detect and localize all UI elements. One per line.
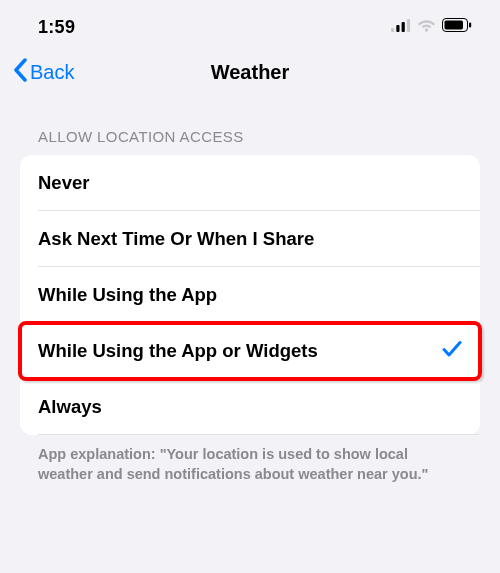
option-while-using-app[interactable]: While Using the App [20, 267, 480, 323]
svg-rect-3 [407, 19, 410, 32]
checkmark-icon [442, 340, 462, 363]
location-access-list: Never Ask Next Time Or When I Share Whil… [20, 155, 480, 435]
nav-bar: Back Weather [0, 46, 500, 98]
option-label: While Using the App or Widgets [38, 340, 318, 362]
option-label: Never [38, 172, 89, 194]
cellular-icon [391, 18, 411, 36]
option-label: While Using the App [38, 284, 217, 306]
svg-rect-6 [445, 21, 464, 30]
svg-point-4 [425, 28, 428, 31]
option-never[interactable]: Never [20, 155, 480, 211]
battery-icon [442, 18, 472, 36]
chevron-left-icon [12, 58, 28, 87]
svg-rect-2 [402, 22, 405, 32]
page-title: Weather [0, 61, 500, 84]
status-bar: 1:59 [0, 0, 500, 46]
section-footer: App explanation: "Your location is used … [20, 435, 480, 484]
option-label: Always [38, 396, 102, 418]
back-label: Back [30, 61, 74, 84]
option-while-using-app-or-widgets[interactable]: While Using the App or Widgets [20, 323, 480, 379]
section-header: ALLOW LOCATION ACCESS [20, 128, 480, 155]
back-button[interactable]: Back [12, 58, 74, 87]
option-ask-next-time[interactable]: Ask Next Time Or When I Share [20, 211, 480, 267]
status-time: 1:59 [38, 17, 75, 38]
option-label: Ask Next Time Or When I Share [38, 228, 314, 250]
svg-rect-1 [396, 25, 399, 32]
option-always[interactable]: Always [20, 379, 480, 435]
status-icons [391, 18, 472, 36]
wifi-icon [417, 18, 436, 36]
svg-rect-0 [391, 28, 394, 32]
svg-rect-7 [469, 23, 471, 28]
